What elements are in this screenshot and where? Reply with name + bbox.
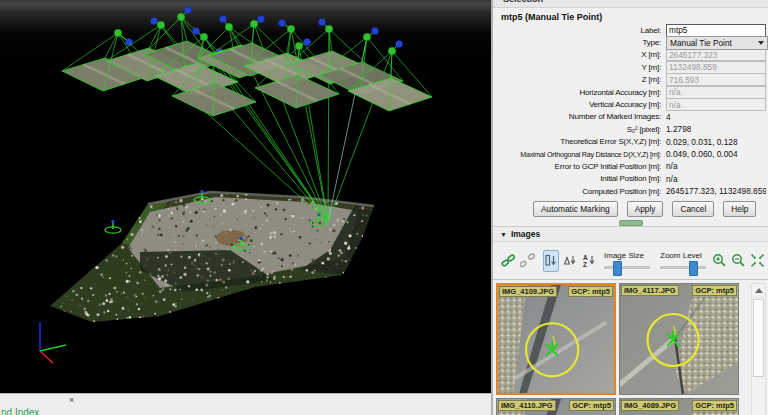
zoom-in-button[interactable]: [711, 250, 728, 272]
field-row: X [m]:: [493, 49, 768, 61]
thumbnail-grid: IMG_4109.JPGGCP: mtp5 IMG_4117.JPGGCP: m…: [493, 283, 748, 415]
field-value: 0.029, 0.031, 0.128: [666, 137, 738, 147]
panel-splitter[interactable]: [493, 219, 768, 226]
selection-panel-header: Selection: [493, 0, 768, 8]
field-row: Error to GCP Initial Position [m]:n/a: [493, 160, 768, 172]
image-thumbnail[interactable]: IMG_4109.JPGGCP: mtp5: [496, 283, 616, 395]
fit-arrows-icon: [750, 253, 765, 268]
up-arrow-icon: [755, 284, 763, 293]
svg-text:Z: Z: [583, 261, 587, 268]
field-label: Theoretical Error S(X,Y,Z) [m]:: [493, 137, 666, 146]
unlink-images-button[interactable]: [519, 250, 536, 272]
type-dropdown[interactable]: Manual Tie Point: [666, 36, 768, 50]
readonly-field: [666, 98, 766, 111]
field-value: 0.049, 0.060, 0.004: [666, 149, 738, 159]
apply-button[interactable]: Apply: [627, 201, 664, 217]
field-row: Horizontal Accuracy [m]:: [493, 86, 768, 98]
splitter-grip-icon: [619, 220, 643, 226]
type-dropdown-value: Manual Tie Point: [670, 38, 732, 48]
readonly-field: [666, 86, 766, 99]
zoom-level-label: Zoom Level: [660, 251, 706, 260]
fit-view-button[interactable]: [749, 250, 766, 272]
tie-point-form: Label:Type:Manual Tie PointX [m]:Y [m]:Z…: [493, 24, 768, 197]
field-value: 1.2798: [666, 124, 691, 134]
zoom-out-icon: [731, 253, 746, 268]
scrollbar-thumb[interactable]: [753, 299, 764, 377]
field-label: S₀² [pixel]:: [493, 125, 666, 134]
image-thumbnail[interactable]: IMG_4117.JPGGCP: mtp5: [619, 283, 739, 395]
layer-label-partial: nd Index: [1, 407, 39, 415]
image-thumbnail-area: IMG_4109.JPGGCP: mtp5 IMG_4117.JPGGCP: m…: [493, 283, 768, 415]
field-row: Maximal Orthogonal Ray Distance D(X,Y,Z)…: [493, 148, 768, 160]
cancel-button[interactable]: Cancel: [672, 201, 714, 217]
close-icon[interactable]: ×: [69, 395, 74, 405]
gcp-badge: GCP: mtp5: [568, 286, 613, 297]
sort-triangle-icon: [563, 254, 577, 268]
field-row: Type:Manual Tie Point: [493, 36, 768, 48]
images-toolbar: A Z Image Size Zoom Level: [493, 242, 768, 280]
field-label: Vertical Accuracy [m]:: [493, 100, 666, 109]
field-label: Z [m]:: [493, 75, 666, 84]
selection-panel-title-partial: Selection: [503, 0, 768, 4]
field-label: Initial Position [m]:: [493, 174, 666, 183]
readonly-field: [666, 61, 766, 74]
image-size-slider[interactable]: [604, 266, 650, 269]
zoom-level-slider[interactable]: [660, 266, 706, 269]
field-value: 2645177.323, 1132498.859, 716: [666, 186, 766, 196]
zoom-level-slider-handle[interactable]: [689, 261, 698, 276]
field-label: Maximal Orthogonal Ray Distance D(X,Y,Z)…: [493, 150, 666, 159]
link-images-button[interactable]: [500, 250, 517, 272]
field-row: Label:: [493, 24, 768, 36]
field-label: Label:: [493, 26, 666, 35]
scrollbar-up-button[interactable]: [752, 284, 765, 298]
image-size-slider-handle[interactable]: [613, 261, 622, 276]
field-label: Number of Marked Images:: [493, 112, 666, 121]
image-thumbnail[interactable]: IMG_4089.JPGGCP: mtp5: [619, 398, 739, 415]
tie-point-title: mtp5 (Manual Tie Point): [493, 8, 768, 24]
image-thumbnail[interactable]: IMG_4110.JPGGCP: mtp5: [496, 398, 616, 415]
collapse-icon: ▼: [500, 231, 507, 238]
sort-by-distance-button[interactable]: [561, 250, 578, 272]
field-value: n/a: [666, 161, 678, 171]
unlink-icon: [520, 253, 535, 268]
3d-scene: [0, 0, 491, 393]
3d-viewport[interactable]: [0, 0, 491, 393]
readonly-field: [666, 73, 766, 86]
images-section-header[interactable]: ▼ Images: [493, 226, 768, 242]
field-label: Computed Position [m]:: [493, 187, 666, 196]
help-button[interactable]: Help: [723, 201, 756, 217]
field-label: Y [m]:: [493, 63, 666, 72]
image-size-control: Image Size: [604, 253, 650, 269]
field-row: Vertical Accuracy [m]:: [493, 98, 768, 110]
thumbnail-scrollbar[interactable]: [751, 283, 766, 415]
image-name-badge: IMG_4110.JPG: [498, 400, 556, 411]
sort-by-mark-button[interactable]: [543, 250, 560, 272]
readonly-field: [666, 48, 766, 61]
image-name-badge: IMG_4089.JPG: [621, 400, 679, 411]
gcp-badge: GCP: mtp5: [692, 285, 737, 296]
zoom-out-button[interactable]: [730, 250, 747, 272]
sort-marked-icon: [544, 254, 558, 268]
image-name-badge: IMG_4117.JPG: [621, 285, 679, 296]
field-value: n/a: [666, 174, 678, 184]
sort-alphabetical-button[interactable]: A Z: [580, 250, 597, 272]
gcp-badge: GCP: mtp5: [692, 400, 737, 411]
field-row: Theoretical Error S(X,Y,Z) [m]:0.029, 0.…: [493, 136, 768, 148]
svg-text:A: A: [583, 254, 588, 261]
field-row: Number of Marked Images:4: [493, 111, 768, 123]
link-icon: [501, 253, 516, 268]
field-row: Initial Position [m]:n/a: [493, 173, 768, 185]
field-row: Computed Position [m]:2645177.323, 11324…: [493, 185, 768, 197]
field-row: Z [m]:: [493, 74, 768, 86]
right-panel: Selection mtp5 (Manual Tie Point) Label:…: [491, 0, 768, 415]
chevron-down-icon: [758, 41, 764, 48]
field-label: X [m]:: [493, 50, 666, 59]
automatic-marking-button[interactable]: Automatic Marking: [533, 201, 618, 217]
images-section-label: Images: [511, 229, 540, 239]
button-row: Automatic MarkingApplyCancelHelp: [533, 201, 768, 217]
field-label: Type:: [493, 38, 666, 47]
field-row: S₀² [pixel]:1.2798: [493, 123, 768, 135]
zoom-level-control: Zoom Level: [660, 253, 706, 269]
field-value: 4: [666, 112, 671, 122]
zoom-in-icon: [712, 253, 727, 268]
